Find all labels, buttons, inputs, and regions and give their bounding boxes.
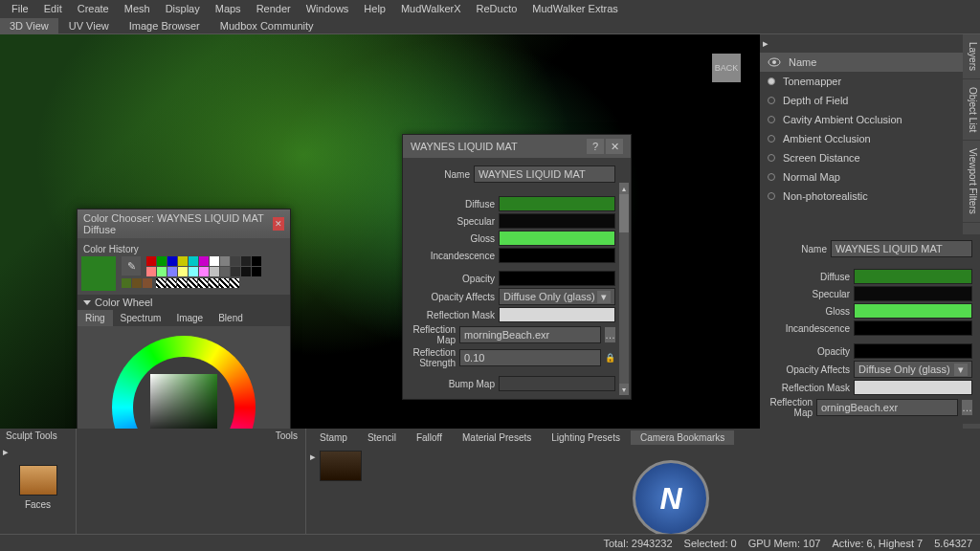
incand-swatch[interactable]	[499, 248, 615, 263]
faces-tool-icon[interactable]	[19, 465, 57, 496]
empty-swatch[interactable]	[198, 278, 208, 288]
empty-swatch[interactable]	[209, 278, 218, 288]
palette-swatch[interactable]	[178, 267, 188, 276]
tab-stamp[interactable]: Stamp	[310, 430, 357, 445]
palette-swatch[interactable]	[199, 267, 209, 276]
palette-swatch[interactable]	[167, 267, 177, 276]
expand-icon[interactable]: ▸	[310, 451, 316, 463]
opacity-swatch[interactable]	[499, 271, 615, 286]
menu-mesh[interactable]: Mesh	[117, 1, 158, 16]
empty-swatch[interactable]	[167, 278, 176, 288]
scroll-down-icon[interactable]: ▾	[619, 384, 629, 395]
tab-stencil[interactable]: Stencil	[358, 430, 406, 445]
tab-falloff[interactable]: Falloff	[407, 430, 452, 445]
visibility-dot[interactable]	[768, 173, 775, 181]
layer-cavity-ao[interactable]: Cavity Ambient Occlusion	[760, 110, 963, 129]
layer-tonemapper[interactable]: Tonemapper	[760, 72, 963, 91]
bump-swatch[interactable]	[499, 376, 615, 391]
refl-map-input[interactable]	[816, 399, 958, 416]
specular-swatch[interactable]	[854, 286, 972, 301]
empty-swatch[interactable]	[219, 278, 229, 288]
palette-swatch[interactable]	[220, 267, 230, 276]
empty-swatch[interactable]	[230, 278, 239, 288]
scroll-up-icon[interactable]: ▴	[619, 183, 629, 194]
specular-swatch[interactable]	[499, 213, 615, 229]
menu-render[interactable]: Render	[249, 1, 299, 16]
menu-file[interactable]: File	[4, 1, 36, 16]
palette-swatch[interactable]	[210, 256, 219, 266]
palette-swatch[interactable]	[231, 256, 240, 266]
history-swatch[interactable]	[143, 278, 152, 288]
sidetab-layers[interactable]: Layers	[963, 34, 980, 79]
tab-lighting-presets[interactable]: Lighting Presets	[542, 430, 630, 445]
visibility-dot[interactable]	[768, 97, 775, 104]
palette-swatch[interactable]	[178, 256, 188, 266]
palette-swatch[interactable]	[157, 267, 167, 276]
palette-swatch[interactable]	[210, 267, 219, 276]
sidetab-viewport-filters[interactable]: Viewport Filters	[963, 141, 980, 223]
history-swatch[interactable]	[122, 278, 131, 288]
browse-button[interactable]: …	[605, 327, 615, 342]
opacity-affects-dropdown[interactable]: Diffuse Only (glass)▾	[499, 288, 615, 305]
palette-swatch[interactable]	[146, 256, 156, 266]
palette-swatch[interactable]	[252, 256, 261, 266]
palette-swatch[interactable]	[241, 267, 251, 276]
palette-swatch[interactable]	[252, 267, 261, 276]
layer-ao[interactable]: Ambient Occlusion	[760, 129, 963, 148]
refl-mask-swatch[interactable]	[499, 307, 615, 322]
menu-mudwalkerx[interactable]: MudWalkerX	[393, 1, 469, 16]
visibility-dot[interactable]	[768, 135, 775, 143]
palette-swatch[interactable]	[199, 256, 209, 266]
name-input[interactable]	[474, 165, 615, 183]
palette-swatch[interactable]	[157, 256, 167, 266]
diffuse-swatch[interactable]	[854, 269, 972, 284]
bookmark-thumbnail[interactable]	[320, 451, 362, 481]
scrollbar[interactable]: ▴▾	[619, 183, 629, 395]
dialog-titlebar[interactable]: WAYNES LIQUID MAT ? ✕	[403, 135, 631, 158]
visibility-dot[interactable]	[768, 192, 775, 200]
layer-depth-of-field[interactable]: Depth of Field	[760, 91, 963, 110]
tab-uv-view[interactable]: UV View	[59, 18, 119, 33]
close-button[interactable]: ✕	[606, 139, 623, 154]
color-dialog-titlebar[interactable]: Color Chooser: WAYNES LIQUID MAT Diffuse…	[78, 209, 290, 238]
browse-button[interactable]: …	[962, 400, 972, 415]
layer-screen-distance[interactable]: Screen Distance	[760, 148, 963, 167]
empty-swatch[interactable]	[156, 278, 166, 288]
tab-image-browser[interactable]: Image Browser	[120, 18, 210, 33]
opacity-affects-dropdown[interactable]: Diffuse Only (glass)▾	[854, 361, 972, 378]
palette-swatch[interactable]	[231, 267, 240, 276]
refl-map-input[interactable]	[459, 326, 601, 343]
empty-swatch[interactable]	[188, 278, 197, 288]
scroll-thumb[interactable]	[619, 194, 629, 232]
expand-icon[interactable]: ▸	[763, 37, 768, 49]
tab-mudbox-community[interactable]: Mudbox Community	[211, 18, 323, 33]
tab-camera-bookmarks[interactable]: Camera Bookmarks	[631, 430, 734, 445]
menu-display[interactable]: Display	[158, 1, 208, 16]
palette-swatch[interactable]	[189, 267, 198, 276]
menu-help[interactable]: Help	[356, 1, 393, 16]
gloss-swatch[interactable]	[854, 303, 972, 319]
back-button[interactable]: BACK	[712, 54, 741, 82]
menu-reducto[interactable]: ReDucto	[469, 1, 525, 16]
tab-spectrum[interactable]: Spectrum	[113, 310, 169, 326]
tab-material-presets[interactable]: Material Presets	[453, 430, 541, 445]
palette-swatch[interactable]	[146, 267, 156, 276]
menu-create[interactable]: Create	[70, 1, 117, 16]
visibility-dot[interactable]	[768, 116, 775, 123]
palette-swatch[interactable]	[189, 256, 198, 266]
eyedropper-button[interactable]: ✎	[122, 256, 141, 276]
name-input[interactable]	[831, 240, 972, 257]
lock-icon[interactable]: 🔒	[605, 353, 615, 363]
diffuse-swatch[interactable]	[499, 196, 615, 211]
expand-icon[interactable]: ▸	[3, 446, 9, 457]
color-wheel-heading[interactable]: Color Wheel	[78, 295, 290, 310]
palette-swatch[interactable]	[167, 256, 177, 266]
empty-swatch[interactable]	[177, 278, 187, 288]
incand-swatch[interactable]	[854, 320, 972, 336]
close-button[interactable]: ✕	[273, 217, 284, 231]
refl-strength-input[interactable]	[459, 349, 601, 366]
visibility-dot[interactable]	[768, 154, 775, 162]
palette-swatch[interactable]	[241, 256, 251, 266]
gloss-swatch[interactable]	[499, 231, 615, 246]
tab-ring[interactable]: Ring	[78, 310, 113, 326]
